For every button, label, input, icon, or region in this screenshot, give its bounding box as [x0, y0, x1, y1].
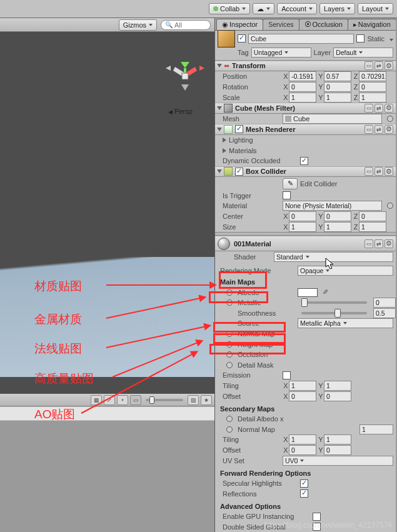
- meshfilter-header[interactable]: Cube (Mesh Filter) ▭⇄: [215, 103, 396, 114]
- lighting-foldout[interactable]: Lighting: [229, 136, 253, 144]
- object-name-field[interactable]: Cube: [248, 34, 354, 44]
- tiling-x[interactable]: 1: [289, 381, 316, 391]
- tool-icon[interactable]: ▦: [91, 395, 102, 405]
- rot-y[interactable]: 0: [324, 82, 351, 92]
- foldout-icon[interactable]: [217, 169, 222, 173]
- transform-header[interactable]: ⬌ Transform ▭⇄: [215, 61, 396, 72]
- static-checkbox[interactable]: [356, 34, 364, 43]
- eyedropper-icon[interactable]: [323, 288, 328, 296]
- docs-icon[interactable]: ▭: [364, 239, 373, 248]
- docs-icon[interactable]: ▭: [364, 125, 373, 134]
- layer-dropdown[interactable]: Default: [333, 48, 393, 58]
- gear-icon[interactable]: [384, 167, 393, 176]
- tool-icon[interactable]: ▧: [188, 395, 199, 405]
- mesh-field[interactable]: Cube: [283, 114, 382, 124]
- preset-icon[interactable]: ⇄: [374, 167, 383, 176]
- foldout-icon[interactable]: [217, 106, 222, 110]
- preset-icon[interactable]: ⇄: [374, 61, 383, 70]
- emission-checkbox[interactable]: [283, 371, 291, 379]
- gear-icon[interactable]: [384, 125, 393, 134]
- normal2-slot[interactable]: [226, 426, 233, 433]
- gear-icon[interactable]: [384, 61, 393, 70]
- height-tex-slot[interactable]: [226, 341, 233, 348]
- size-z[interactable]: 1: [359, 222, 386, 232]
- scl-x[interactable]: 1: [289, 93, 316, 103]
- object-picker-icon[interactable]: [387, 203, 393, 209]
- scl-z[interactable]: 1: [359, 93, 386, 103]
- edit-collider-button[interactable]: ✎: [283, 178, 298, 189]
- search-input[interactable]: All: [174, 21, 182, 29]
- source-dropdown[interactable]: Metallic Alpha: [298, 318, 393, 328]
- size-y[interactable]: 1: [324, 222, 351, 232]
- offset-x[interactable]: 0: [289, 391, 316, 401]
- shader-dropdown[interactable]: Standard: [274, 252, 393, 262]
- preset-icon[interactable]: ⇄: [374, 239, 383, 248]
- static-dropdown[interactable]: [387, 35, 393, 43]
- layers-menu[interactable]: Layers: [319, 3, 355, 14]
- pos-x[interactable]: -0.1591: [289, 71, 316, 81]
- orientation-gizmo[interactable]: ◀ Persp: [163, 48, 207, 104]
- smoothness-slider[interactable]: [301, 312, 367, 314]
- size-x[interactable]: 1: [289, 222, 316, 232]
- preset-icon[interactable]: ⇄: [374, 104, 383, 113]
- pos-y[interactable]: 0.57: [324, 71, 351, 81]
- offset2-x[interactable]: 0: [289, 445, 316, 455]
- refl-checkbox[interactable]: [300, 489, 308, 498]
- active-checkbox[interactable]: [238, 34, 246, 43]
- center-y[interactable]: 0: [324, 211, 351, 221]
- tab-inspector[interactable]: ◉Inspector: [216, 19, 263, 30]
- offset-y[interactable]: 0: [324, 391, 351, 401]
- docs-icon[interactable]: ▭: [364, 61, 373, 70]
- metallic-slider[interactable]: [301, 301, 367, 304]
- foldout-icon[interactable]: [223, 138, 226, 143]
- phys-mat-field[interactable]: None (Physic Material): [283, 201, 382, 211]
- tab-navigation[interactable]: ▸Navigation: [348, 19, 396, 30]
- tool-icon[interactable]: ★: [201, 395, 212, 405]
- cloud-menu[interactable]: ☁: [253, 3, 274, 14]
- preset-icon[interactable]: ⇄: [374, 125, 383, 134]
- albedo-color[interactable]: [298, 288, 318, 297]
- tool-icon[interactable]: •: [117, 395, 128, 405]
- persp-label[interactable]: Persp: [174, 108, 193, 115]
- tab-occlusion[interactable]: ⦿Occlusion: [299, 19, 348, 30]
- scene-view[interactable]: Gizmos 🔍All ◀ Persp: [0, 18, 214, 393]
- docs-icon[interactable]: ▭: [364, 104, 373, 113]
- spechi-checkbox[interactable]: [300, 479, 308, 488]
- collider-enabled-checkbox[interactable]: [235, 168, 243, 176]
- tab-services[interactable]: Services: [263, 19, 299, 30]
- rot-x[interactable]: 0: [289, 82, 316, 92]
- renderer-enabled-checkbox[interactable]: [235, 125, 243, 133]
- meshrenderer-header[interactable]: Mesh Renderer ▭⇄: [215, 124, 396, 135]
- gear-icon[interactable]: [384, 239, 393, 248]
- occlusion-tex-slot[interactable]: [226, 351, 233, 358]
- object-picker-icon[interactable]: [387, 116, 393, 122]
- tiling2-x[interactable]: 1: [289, 434, 316, 444]
- detailmask-tex-slot[interactable]: [226, 362, 233, 368]
- gpu-inst-checkbox[interactable]: [313, 513, 321, 521]
- rot-z[interactable]: 0: [359, 82, 386, 92]
- center-z[interactable]: 0: [359, 211, 386, 221]
- rendermode-dropdown[interactable]: Opaque: [298, 266, 393, 276]
- metallic-tex-slot[interactable]: [226, 299, 233, 306]
- tiling-y[interactable]: 1: [324, 381, 351, 391]
- dsg-checkbox[interactable]: [313, 523, 321, 531]
- uvset-dropdown[interactable]: UV0: [283, 456, 393, 466]
- collab-menu[interactable]: Collab: [209, 3, 250, 14]
- docs-icon[interactable]: ▭: [364, 167, 373, 176]
- detail-albedo-slot[interactable]: [226, 416, 233, 422]
- gizmos-menu[interactable]: Gizmos: [119, 19, 157, 31]
- metallic-value[interactable]: 0: [373, 298, 396, 308]
- istrigger-checkbox[interactable]: [283, 191, 291, 199]
- tool-icon[interactable]: ▭: [130, 395, 141, 405]
- foldout-icon[interactable]: [217, 128, 222, 131]
- gear-icon[interactable]: [384, 104, 393, 113]
- material-header[interactable]: 001Material ▭⇄: [215, 236, 396, 251]
- smoothness-value[interactable]: 0.5: [373, 308, 396, 318]
- tiling2-y[interactable]: 1: [324, 434, 351, 444]
- layout-menu[interactable]: Layout: [358, 3, 393, 14]
- foldout-icon[interactable]: [223, 148, 226, 153]
- albedo-tex-slot[interactable]: [226, 289, 233, 296]
- foldout-icon[interactable]: [217, 64, 222, 68]
- account-menu[interactable]: Account: [277, 3, 317, 14]
- gameobject-icon[interactable]: [218, 30, 235, 48]
